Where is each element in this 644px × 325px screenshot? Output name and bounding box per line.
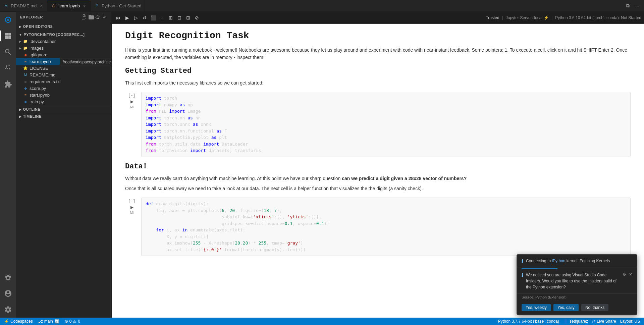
md-icon: M <box>23 72 28 77</box>
file-score-py[interactable]: ◆ score.py <box>16 85 111 92</box>
md-title-cell: Digit Recognition Task If this is your f… <box>125 31 631 61</box>
cell-number-1: [-] <box>128 93 136 98</box>
branch-icon: ⎇ <box>38 319 43 324</box>
md-data-section: Data! Without data we really can't do an… <box>125 162 631 193</box>
undo-btn[interactable]: ↺ <box>141 14 149 22</box>
run-all-btn[interactable]: ⏮ <box>114 14 122 22</box>
trusted-badge: Trusted <box>486 15 499 20</box>
file-start-ipynb[interactable]: ≡ start.ipynb <box>16 92 111 98</box>
timeline-arrow: ▶ <box>19 115 22 118</box>
kernel-info[interactable]: Jupyter Server: local ⚡ <box>506 15 549 20</box>
code-cell-2: [-] ▶ Mi def draw_digits(digits): fig, a… <box>125 198 631 256</box>
move-down-btn[interactable]: ⊞ <box>184 14 192 22</box>
cell-run-btn-1[interactable]: ▶ <box>129 99 135 105</box>
branch-status[interactable]: ⎇ main 🔄 <box>37 319 61 324</box>
collapse-all-btn[interactable] <box>102 14 107 20</box>
new-folder-btn[interactable] <box>89 14 94 20</box>
file-learn-ipynb[interactable]: ≡ learn.ipynb /root/workspace/pytorchint… <box>16 58 111 65</box>
error-icon: ⊘ <box>65 319 68 324</box>
code-content-1: import torch import numpy as np from PIL… <box>146 95 626 154</box>
notebook-intro: If this is your first time running a not… <box>125 46 631 61</box>
python-version-status[interactable]: Python 3.7.7 64-bit ('base': conda) <box>497 319 560 324</box>
more-tabs-btn[interactable]: ··· <box>633 2 641 10</box>
split-editor-btn[interactable]: ⧉ <box>624 2 632 10</box>
section2-text1: Without data we really can't do anything… <box>125 175 631 182</box>
sync-icon: 🔄 <box>54 319 59 324</box>
cell-type-btn[interactable]: ⊞ <box>167 14 175 22</box>
timeline-header[interactable]: ▶ TIMELINE <box>16 113 111 120</box>
layout-status[interactable]: Layout: US <box>619 319 641 324</box>
activity-source-control[interactable] <box>0 60 16 76</box>
cell-run-btn-2[interactable]: ▶ <box>129 204 135 210</box>
activity-explorer[interactable] <box>0 28 16 44</box>
project-header[interactable]: ▼ PYTORCHINTRO [CODESPEC...] <box>16 31 111 38</box>
file-gitignore[interactable]: ◆ .gitignore <box>16 51 111 58</box>
python-icon: ◆ <box>23 86 28 91</box>
folder-arrow: ▶ <box>19 40 21 43</box>
section2-bold: can we predict a digit given a 28x28 vec… <box>342 176 467 181</box>
move-up-btn[interactable]: ⊟ <box>175 14 183 22</box>
no-thanks-btn[interactable]: No, thanks <box>581 304 608 311</box>
activity-search[interactable] <box>0 44 16 60</box>
run-above-btn[interactable]: ▷ <box>132 14 140 22</box>
section2-heading: Data! <box>125 162 631 171</box>
tab-close-learn[interactable]: × <box>82 3 87 9</box>
file-requirements[interactable]: ≡ requirements.txt <box>16 78 111 85</box>
file-license[interactable]: ⭐ LICENSE <box>16 65 111 71</box>
activity-extensions[interactable] <box>0 76 16 92</box>
run-btn[interactable]: ▶ <box>123 14 131 22</box>
open-editors-header[interactable]: ▶ OPEN EDITORS <box>16 23 111 30</box>
cell-gutter-1: [-] ▶ Mi <box>125 92 139 109</box>
python-file-icon: P <box>94 3 100 8</box>
cell-number-2: [-] <box>128 199 136 204</box>
codespaces-btn[interactable]: ⚡ Codespaces <box>3 319 34 324</box>
tab-bar: M README.md × ⬡ learn.ipynb × P Python -… <box>0 0 644 12</box>
yes-weekly-btn[interactable]: Yes, weekly <box>522 304 551 311</box>
sidebar-title: EXPLORER <box>16 12 111 22</box>
live-share-status[interactable]: ◎ Live Share <box>591 319 617 324</box>
yes-daily-btn[interactable]: Yes, daily <box>553 304 579 311</box>
nb-separator2: | <box>551 15 552 20</box>
outline-header[interactable]: ▶ OUTLINE <box>16 106 111 113</box>
code-block-1[interactable]: import torch import numpy as np from PIL… <box>141 92 631 157</box>
notebook-file-icon: ⬡ <box>51 3 56 9</box>
file-images[interactable]: ▶ 📁 images <box>16 45 111 51</box>
notebook-toolbar: ⏮ ▶ ▷ ↺ ⬛ + ⊞ ⊟ ⊞ ⊘ Trusted | Jupyter Se… <box>112 12 644 24</box>
tab-python-started[interactable]: P Python - Get Started <box>91 0 145 12</box>
tab-learn[interactable]: ⬡ learn.ipynb × <box>48 0 91 12</box>
code-block-2[interactable]: def draw_digits(digits): fig, axes = plt… <box>141 198 631 256</box>
user-status[interactable]: 👤 sethjuarez <box>562 319 589 324</box>
python-version[interactable]: Python 3.6.10 64-bit ('torch': conda): N… <box>555 15 641 20</box>
notebook-icon: ≡ <box>23 59 28 64</box>
activity-debug[interactable] <box>0 269 16 285</box>
file-train-py[interactable]: ◆ train.py <box>16 98 111 105</box>
new-file-btn[interactable] <box>82 14 87 20</box>
notif-settings-icon[interactable]: ⚙ <box>623 272 626 277</box>
refresh-btn[interactable] <box>95 14 101 20</box>
notif-close-icon[interactable]: ✕ <box>629 272 632 277</box>
file-devcontainer[interactable]: ▶ 📁 .devcontainer <box>16 38 111 45</box>
license-icon: ⭐ <box>23 65 28 71</box>
md-getting-started: Getting Started This first cell imports … <box>125 67 631 87</box>
activity-account[interactable] <box>0 285 16 302</box>
ipython-link[interactable]: iPython <box>552 258 565 264</box>
cell-gutter-2: [-] ▶ Mi <box>125 198 139 215</box>
tab-close-readme[interactable]: × <box>39 3 44 8</box>
open-editors-section: ▶ OPEN EDITORS <box>16 22 111 31</box>
add-cell-btn[interactable]: + <box>158 14 166 22</box>
insiders-notif-text: We noticed you are using Visual Studio C… <box>526 272 620 290</box>
folder-arrow: ▶ <box>19 46 21 50</box>
nb-separator: | <box>502 15 503 20</box>
project-arrow: ▼ <box>19 33 22 37</box>
folder-icon: 📁 <box>23 45 28 51</box>
live-share-icon: ◎ <box>592 319 595 324</box>
error-status[interactable]: ⊘ 0 ⚠ 0 <box>63 319 82 324</box>
kernel-status-icon: ⚡ <box>544 15 549 20</box>
tab-readme[interactable]: M README.md × <box>0 0 48 12</box>
activity-logo[interactable] <box>0 12 16 28</box>
stop-btn[interactable]: ⬛ <box>149 14 157 22</box>
activity-settings[interactable] <box>0 302 16 318</box>
notebook-title: Digit Recognition Task <box>125 31 631 41</box>
file-readme[interactable]: M README.md <box>16 71 111 78</box>
variable-explorer-btn[interactable]: ⊘ <box>193 14 201 22</box>
